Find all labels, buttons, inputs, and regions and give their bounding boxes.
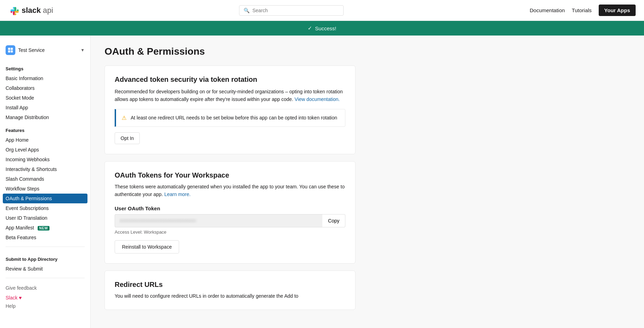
opt-in-button[interactable]: Opt In — [115, 132, 140, 144]
oauth-tokens-card: OAuth Tokens for Your Workspace These to… — [105, 161, 355, 264]
header: slack api 🔍 Documentation Tutorials Your… — [0, 0, 644, 21]
sidebar-item-incoming-webhooks[interactable]: Incoming Webhooks — [0, 155, 90, 164]
app-name: Test Service — [18, 47, 45, 53]
header-search-area: 🔍 — [222, 5, 361, 16]
tutorials-link[interactable]: Tutorials — [572, 7, 592, 13]
sidebar-item-interactivity-shortcuts[interactable]: Interactivity & Shortcuts — [0, 164, 90, 174]
page-title: OAuth & Permissions — [105, 46, 355, 57]
svg-rect-1 — [11, 48, 13, 50]
access-level: Access Level: Workspace — [115, 229, 345, 235]
settings-section-title: Settings — [0, 61, 90, 73]
dropdown-arrow-icon: ▼ — [80, 48, 85, 53]
sidebar: Test Service ▼ Settings Basic Informatio… — [0, 36, 91, 328]
alert-text: At least one redirect URL needs to be se… — [131, 114, 337, 122]
slack-heart-link[interactable]: Slack ♥ — [0, 294, 90, 302]
slack-logo: slack api — [8, 5, 53, 16]
token-label: User OAuth Token — [115, 205, 345, 211]
help-link[interactable]: Help — [0, 302, 90, 310]
sidebar-divider-2 — [6, 278, 85, 278]
main-container: Test Service ▼ Settings Basic Informatio… — [0, 36, 644, 328]
token-input[interactable] — [115, 214, 322, 227]
search-icon: 🔍 — [244, 8, 250, 13]
sidebar-item-manage-distribution[interactable]: Manage Distribution — [0, 112, 90, 122]
sidebar-item-socket-mode[interactable]: Socket Mode — [0, 93, 90, 103]
sidebar-item-slash-commands[interactable]: Slash Commands — [0, 174, 90, 184]
sidebar-item-review-submit[interactable]: Review & Submit — [0, 264, 90, 274]
sidebar-item-app-home[interactable]: App Home — [0, 135, 90, 145]
sidebar-item-app-manifest[interactable]: App Manifest NEW — [0, 223, 90, 233]
sidebar-item-install-app[interactable]: Install App — [0, 103, 90, 112]
main-content: OAuth & Permissions Advanced token secur… — [91, 36, 369, 328]
alert-box: ⚠ At least one redirect URL needs to be … — [115, 109, 345, 127]
header-left: slack api — [8, 5, 53, 16]
success-text: Success! — [315, 25, 336, 31]
sidebar-item-workflow-steps[interactable]: Workflow Steps — [0, 184, 90, 194]
app-icon — [6, 45, 15, 55]
submit-section-title: Submit to App Directory — [0, 251, 90, 264]
slack-logo-icon — [8, 5, 20, 16]
sidebar-item-beta-features[interactable]: Beta Features — [0, 233, 90, 242]
warning-icon: ⚠ — [122, 115, 127, 121]
view-documentation-link[interactable]: View documentation. — [294, 96, 340, 102]
svg-rect-0 — [8, 48, 10, 50]
documentation-link[interactable]: Documentation — [530, 7, 565, 13]
logo-slack-text: slack — [22, 6, 41, 15]
search-bar: 🔍 — [239, 5, 344, 16]
success-icon: ✓ — [308, 25, 312, 31]
app-selector[interactable]: Test Service ▼ — [0, 42, 90, 61]
reinstall-button[interactable]: Reinstall to Workspace — [115, 240, 179, 253]
logo-api-text: api — [43, 6, 53, 15]
redirect-urls-desc: You will need to configure redirect URLs… — [115, 292, 345, 300]
svg-rect-3 — [11, 50, 13, 53]
token-security-title: Advanced token security via token rotati… — [115, 76, 345, 84]
new-badge: NEW — [38, 226, 50, 231]
oauth-tokens-title: OAuth Tokens for Your Workspace — [115, 171, 345, 179]
features-section-title: Features — [0, 122, 90, 135]
sidebar-item-user-id-translation[interactable]: User ID Translation — [0, 213, 90, 223]
your-apps-button[interactable]: Your Apps — [599, 5, 636, 16]
token-security-card: Advanced token security via token rotati… — [105, 65, 355, 154]
sidebar-item-event-subscriptions[interactable]: Event Subscriptions — [0, 203, 90, 213]
app-icon-svg — [7, 47, 14, 53]
learn-more-link[interactable]: Learn more. — [164, 192, 190, 197]
oauth-tokens-desc: These tokens were automatically generate… — [115, 183, 345, 198]
sidebar-item-basic-information[interactable]: Basic Information — [0, 73, 90, 83]
svg-rect-2 — [8, 50, 10, 53]
sidebar-item-oauth-permissions[interactable]: OAuth & Permissions — [3, 194, 87, 203]
redirect-urls-card: Redirect URLs You will need to configure… — [105, 271, 355, 310]
feedback-link[interactable]: Give feedback — [0, 282, 90, 294]
sidebar-item-org-level-apps[interactable]: Org Level Apps — [0, 145, 90, 155]
success-banner: ✓ Success! — [0, 21, 644, 36]
token-security-desc: Recommended for developers building on o… — [115, 88, 345, 103]
token-input-row: Copy — [115, 214, 345, 227]
copy-button[interactable]: Copy — [322, 214, 345, 227]
search-input[interactable] — [252, 8, 339, 13]
redirect-urls-title: Redirect URLs — [115, 281, 345, 289]
sidebar-item-collaborators[interactable]: Collaborators — [0, 83, 90, 93]
header-nav: Documentation Tutorials Your Apps — [530, 5, 636, 16]
sidebar-divider-1 — [6, 247, 85, 247]
